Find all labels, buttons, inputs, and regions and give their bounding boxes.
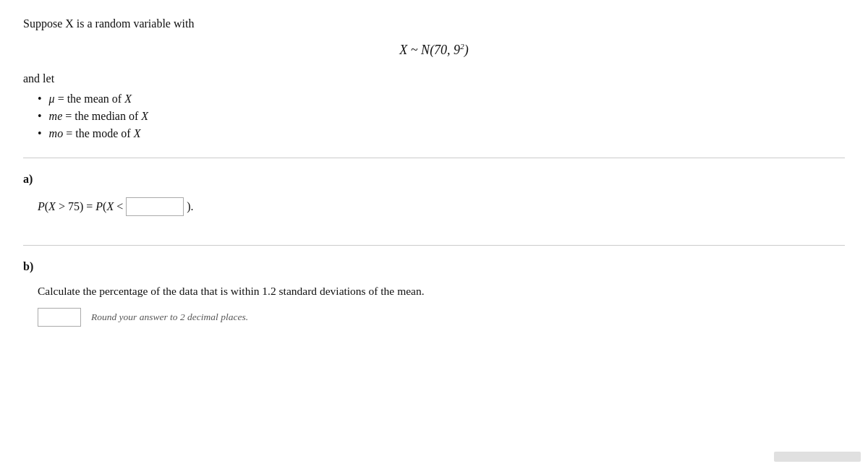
equation-prefix: P(X > 75) = P(X <	[38, 200, 123, 213]
intro-label: Suppose X is a random variable with	[23, 17, 194, 30]
part-b-hint: Round your answer to 2 decimal places.	[91, 311, 248, 323]
definitions-list: μ = the mean of X me = the median of X m…	[38, 92, 845, 140]
part-b-answer-row: Round your answer to 2 decimal places.	[38, 308, 845, 327]
part-a-equation: P(X > 75) = P(X < ).	[38, 197, 845, 216]
section-divider-a	[23, 158, 845, 158]
var-mu: μ	[49, 92, 55, 106]
part-a-input[interactable]	[126, 197, 184, 216]
list-item-me: me = the median of X	[38, 110, 845, 123]
me-definition: = the median of X	[62, 110, 148, 123]
part-a-label: a)	[23, 173, 845, 186]
var-mo: mo	[49, 127, 64, 140]
intro-text: Suppose X is a random variable with	[23, 17, 845, 30]
var-me: me	[49, 110, 63, 123]
list-item-mo: mo = the mode of X	[38, 127, 845, 140]
part-a-section: a) P(X > 75) = P(X < ).	[23, 173, 845, 216]
part-b-section: b) Calculate the percentage of the data …	[23, 260, 845, 327]
section-divider-b	[23, 245, 845, 246]
part-b-question: Calculate the percentage of the data tha…	[38, 285, 845, 298]
mu-definition: = the mean of X	[55, 92, 132, 106]
mo-definition: = the mode of X	[63, 127, 140, 140]
part-b-input[interactable]	[38, 308, 81, 327]
and-let-text: and let	[23, 72, 845, 85]
part-b-label: b)	[23, 260, 845, 273]
distribution-formula: X ~ N(70, 92)	[23, 42, 845, 58]
dist-formula-text: X ~ N(70, 92)	[399, 43, 468, 57]
part-b-content: Calculate the percentage of the data tha…	[38, 285, 845, 327]
list-item-mu: μ = the mean of X	[38, 92, 845, 106]
equation-suffix: ).	[187, 200, 193, 213]
scrollbar[interactable]	[774, 452, 861, 462]
